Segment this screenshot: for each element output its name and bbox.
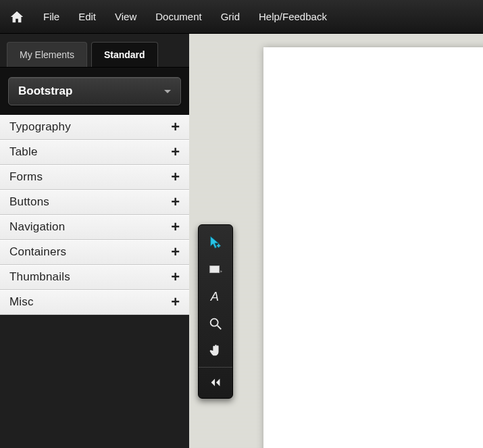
svg-text:A: A <box>210 289 219 303</box>
accordion-label: Table <box>9 145 38 159</box>
plus-icon: + <box>171 195 180 209</box>
accordion-label: Misc <box>9 295 34 309</box>
accordion-label: Buttons <box>9 195 49 209</box>
accordion-table[interactable]: Table + <box>0 140 189 165</box>
accordion-buttons[interactable]: Buttons + <box>0 190 189 215</box>
plus-icon: + <box>171 170 180 184</box>
tool-zoom[interactable] <box>199 310 232 337</box>
menu-document[interactable]: Document <box>149 7 208 26</box>
accordion-containers[interactable]: Containers + <box>0 240 189 265</box>
tool-pan[interactable] <box>199 337 232 364</box>
accordion-label: Containers <box>9 245 66 259</box>
accordion-thumbnails[interactable]: Thumbnails + <box>0 265 189 290</box>
plus-icon: + <box>171 270 180 284</box>
elements-accordion: Typography + Table + Forms + Buttons + N… <box>0 115 189 315</box>
menu-edit[interactable]: Edit <box>72 7 103 26</box>
accordion-label: Thumbnails <box>9 270 70 284</box>
accordion-typography[interactable]: Typography + <box>0 115 189 140</box>
plus-icon: + <box>171 220 180 234</box>
sidebar-tabs: My Elements Standard <box>0 34 189 67</box>
accordion-label: Typography <box>9 120 71 134</box>
menu-help[interactable]: Help/Feedback <box>252 7 334 26</box>
canvas-area <box>189 34 483 448</box>
chevron-down-icon <box>164 90 171 93</box>
framework-select-label: Bootstrap <box>18 84 72 98</box>
tab-my-elements[interactable]: My Elements <box>7 42 87 67</box>
svg-line-3 <box>218 326 222 330</box>
menu-view[interactable]: View <box>108 7 143 26</box>
menu-grid[interactable]: Grid <box>214 7 247 26</box>
svg-rect-0 <box>210 266 220 273</box>
plus-icon: + <box>171 145 180 159</box>
framework-select[interactable]: Bootstrap <box>8 77 181 105</box>
accordion-navigation[interactable]: Navigation + <box>0 215 189 240</box>
tool-palette: A <box>198 224 233 399</box>
home-icon[interactable] <box>9 9 24 24</box>
accordion-label: Navigation <box>9 220 65 234</box>
tool-text[interactable]: A <box>199 283 232 310</box>
plus-icon: + <box>171 120 180 134</box>
menubar: File Edit View Document Grid Help/Feedba… <box>0 0 483 34</box>
plus-icon: + <box>171 295 180 309</box>
framework-bar: Bootstrap <box>0 67 189 115</box>
accordion-label: Forms <box>9 170 43 184</box>
tab-standard[interactable]: Standard <box>91 42 158 67</box>
tool-rectangle[interactable] <box>199 256 232 283</box>
tool-select-move[interactable] <box>199 229 232 256</box>
svg-point-2 <box>211 319 218 326</box>
accordion-misc[interactable]: Misc + <box>0 290 189 315</box>
accordion-forms[interactable]: Forms + <box>0 165 189 190</box>
document-page[interactable] <box>263 47 483 448</box>
menu-file[interactable]: File <box>36 7 66 26</box>
elements-sidebar: My Elements Standard Bootstrap Typograph… <box>0 34 189 448</box>
tool-collapse[interactable] <box>199 367 232 394</box>
plus-icon: + <box>171 245 180 259</box>
